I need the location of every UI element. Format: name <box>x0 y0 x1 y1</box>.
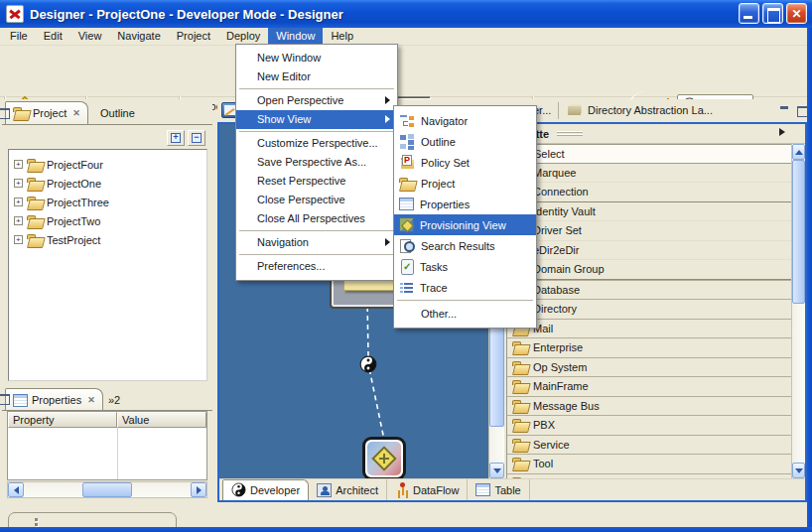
menu-help[interactable]: Help <box>323 28 361 45</box>
collapse-all-button[interactable]: − <box>188 130 205 146</box>
show-view-item-trace[interactable]: Trace <box>394 277 536 298</box>
expand-icon[interactable]: + <box>14 235 23 244</box>
palette-item-message-bus[interactable]: Message Bus <box>507 396 792 416</box>
show-view-item-properties[interactable]: Properties <box>394 194 536 214</box>
palette-item-enterprise[interactable]: Enterprise <box>507 337 792 357</box>
search-results-icon <box>399 238 415 253</box>
menu-deploy[interactable]: Deploy <box>218 28 268 45</box>
tree-item-label: TestProject <box>47 234 100 246</box>
window-menu-item-reset-perspective[interactable]: Reset Perspective <box>236 172 397 191</box>
menu-file[interactable]: File <box>2 28 36 45</box>
folder-icon <box>512 419 528 431</box>
tree-item-projecttwo[interactable]: +ProjectTwo <box>9 211 206 230</box>
maximize-button[interactable] <box>762 3 783 24</box>
window-menu-item-navigation[interactable]: Navigation <box>236 233 397 252</box>
show-view-item-policy-set[interactable]: Policy Set <box>394 152 536 173</box>
close-tab-icon[interactable]: ✕ <box>85 395 95 405</box>
show-view-item-search-results[interactable]: Search Results <box>394 235 536 256</box>
page-tab-table[interactable]: Table <box>468 479 529 500</box>
tree-item-projectfour[interactable]: +ProjectFour <box>9 155 206 174</box>
tree-item-testproject[interactable]: +TestProject <box>9 230 206 249</box>
menu-navigate[interactable]: Navigate <box>109 28 168 45</box>
window-menu-item-new-window[interactable]: New Window <box>236 49 397 67</box>
scroll-right-button[interactable] <box>191 482 206 497</box>
palette-item-op-system[interactable]: Op System <box>507 357 792 377</box>
window-menu-item-customize-perspective[interactable]: Customize Perspective... <box>236 134 397 153</box>
palette-item-driver-set[interactable]: Driver Set <box>507 221 792 241</box>
window-menu-item-close-perspective[interactable]: Close Perspective <box>236 191 397 209</box>
horizontal-scrollbar[interactable] <box>7 481 207 498</box>
palette-item-pbx[interactable]: PBX <box>507 415 792 435</box>
window-menu-item-preferences[interactable]: Preferences... <box>236 257 397 276</box>
close-tab-icon[interactable]: ✕ <box>70 108 80 118</box>
menu-project[interactable]: Project <box>169 28 218 45</box>
expand-icon[interactable]: + <box>14 198 23 206</box>
palette-item-service[interactable]: Service <box>507 435 792 455</box>
submenu-arrow-icon <box>385 238 390 246</box>
menu-item-label: Navigation <box>257 236 309 248</box>
show-view-item-provisioning-view[interactable]: Provisioning View <box>394 214 536 235</box>
show-view-item-tasks[interactable]: Tasks <box>394 256 536 277</box>
tree-item-projectthree[interactable]: +ProjectThree <box>9 193 206 211</box>
palette-item-directory[interactable]: Directory <box>507 299 792 319</box>
scrollbar-thumb[interactable] <box>82 482 132 497</box>
palette-scrollbar[interactable] <box>791 144 805 478</box>
palette-item-mainframe[interactable]: MainFrame <box>507 376 792 396</box>
palette-item-tool[interactable]: Tool <box>507 454 792 473</box>
scroll-down-button[interactable] <box>792 463 805 478</box>
expand-icon[interactable]: + <box>14 179 23 188</box>
tab-properties-label: Properties <box>32 394 81 406</box>
show-view-item-project[interactable]: Project <box>394 173 536 194</box>
menu-window[interactable]: Window <box>268 28 323 45</box>
project-folder-icon <box>399 178 415 190</box>
tree-item-projectone[interactable]: +ProjectOne <box>9 174 206 193</box>
tab-more-views[interactable]: »2 <box>101 388 127 411</box>
editor-tab-directory-abstraction[interactable]: Directory Abstraction La... <box>567 103 713 116</box>
show-view-item-other[interactable]: Other... <box>394 303 536 324</box>
palette-item-domain-group[interactable]: Domain Group <box>507 260 792 280</box>
driver-node[interactable] <box>362 437 406 478</box>
window-border <box>807 28 812 532</box>
window-menu-item-open-perspective[interactable]: Open Perspective <box>236 91 397 110</box>
window-menu-item-close-all-perspectives[interactable]: Close All Perspectives <box>236 209 397 228</box>
window-menu-item-show-view[interactable]: Show View <box>236 110 397 129</box>
expand-all-button[interactable]: + <box>167 130 185 146</box>
yin-yang-connector-icon[interactable] <box>359 355 377 375</box>
scroll-down-button[interactable] <box>489 463 504 478</box>
palette-item-edir2edir[interactable]: eDir2eDir <box>507 241 792 261</box>
menu-view[interactable]: View <box>70 28 110 45</box>
page-tab-architect[interactable]: Architect <box>309 479 387 500</box>
close-button[interactable]: ✕ <box>786 3 807 24</box>
folder-icon <box>512 458 528 469</box>
expand-icon[interactable]: + <box>14 216 23 225</box>
window-menu-item-new-editor[interactable]: New Editor <box>236 67 397 86</box>
column-header-property[interactable]: Property <box>8 412 117 428</box>
palette-item-mail[interactable]: Mail <box>507 319 792 338</box>
palette-item-database[interactable]: Database <box>507 280 792 300</box>
scrollbar-thumb[interactable] <box>792 160 805 304</box>
page-tab-dataflow[interactable]: DataFlow <box>387 479 468 500</box>
column-header-value[interactable]: Value <box>117 412 206 428</box>
palette-item-marquee[interactable]: Marquee <box>507 164 792 184</box>
menu-item-label: Tasks <box>420 261 448 273</box>
palette-item-select[interactable]: Select <box>507 144 792 164</box>
menu-edit[interactable]: Edit <box>36 28 70 45</box>
page-tab-developer[interactable]: Developer <box>222 479 309 500</box>
tab-project[interactable]: Project ✕ <box>5 101 88 124</box>
show-view-item-navigator[interactable]: Navigator <box>394 110 536 131</box>
palette-grip[interactable] <box>557 131 583 137</box>
scroll-left-button[interactable] <box>8 482 24 497</box>
yin-yang-icon <box>231 482 246 499</box>
tab-outline[interactable]: Outline <box>93 101 142 124</box>
palette-header[interactable]: Palette <box>507 124 805 144</box>
minimize-button[interactable] <box>739 3 759 24</box>
palette-collapse-icon[interactable] <box>779 128 785 136</box>
expand-icon[interactable]: + <box>14 160 23 169</box>
scroll-up-button[interactable] <box>792 144 805 160</box>
palette-item-connection[interactable]: Connection <box>507 183 792 202</box>
show-view-item-outline[interactable]: Outline <box>394 131 536 152</box>
titlebar: Designer - ProjectOne - Developer Mode -… <box>0 0 812 28</box>
window-menu-item-save-perspective-as[interactable]: Save Perspective As... <box>236 153 397 172</box>
palette-item-identity-vault[interactable]: Identity Vault <box>507 202 792 222</box>
tab-properties[interactable]: Properties ✕ <box>5 388 103 411</box>
